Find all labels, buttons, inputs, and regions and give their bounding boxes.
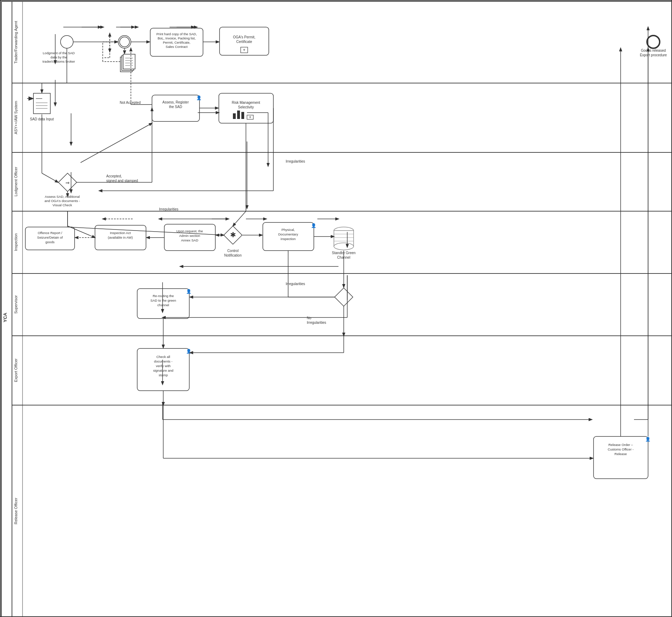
svg-text:Selectivity: Selectivity <box>238 105 254 109</box>
svg-text:Sales Contract: Sales Contract <box>166 45 188 49</box>
svg-rect-199 <box>334 231 354 246</box>
svg-text:Physical,: Physical, <box>281 228 295 232</box>
svg-rect-84 <box>12 273 672 336</box>
svg-rect-113 <box>150 28 203 56</box>
svg-text:Channel: Channel <box>337 256 350 259</box>
svg-text:Upon request, the: Upon request, the <box>176 229 203 233</box>
svg-text:👤: 👤 <box>186 348 191 354</box>
svg-text:✱: ✱ <box>230 231 236 239</box>
svg-rect-136 <box>33 93 50 114</box>
svg-text:Irregularities: Irregularities <box>286 159 305 163</box>
svg-text:Irregularities: Irregularities <box>286 282 305 286</box>
svg-text:Control: Control <box>227 249 239 253</box>
svg-text:Risk Management: Risk Management <box>232 101 260 105</box>
svg-text:Irregularities: Irregularities <box>159 207 178 211</box>
svg-rect-147 <box>219 93 273 123</box>
svg-text:OGA's Permit,: OGA's Permit, <box>233 35 255 39</box>
svg-rect-121 <box>241 47 248 53</box>
svg-text:Inspection: Inspection <box>14 233 18 251</box>
svg-rect-102 <box>12 405 23 617</box>
svg-rect-108 <box>123 54 135 69</box>
svg-rect-178 <box>25 227 75 250</box>
svg-text:⇒: ⇒ <box>65 180 70 185</box>
svg-rect-86 <box>12 405 672 617</box>
svg-text:BoL, Invoice, Packing list,: BoL, Invoice, Packing list, <box>158 36 196 40</box>
svg-point-123 <box>647 36 660 48</box>
svg-marker-162 <box>58 173 77 191</box>
svg-text:SAD to the green: SAD to the green <box>151 298 176 302</box>
svg-rect-118 <box>220 27 269 55</box>
svg-text:and OGA's documents -: and OGA's documents - <box>44 199 80 203</box>
svg-line-14 <box>81 123 152 163</box>
svg-rect-92 <box>12 83 23 152</box>
svg-text:Irregularities: Irregularities <box>307 321 326 325</box>
svg-text:Visual Check: Visual Check <box>52 203 72 207</box>
svg-text:Re-routing the: Re-routing the <box>153 294 174 298</box>
svg-text:👤: 👤 <box>196 95 202 100</box>
svg-rect-182 <box>95 225 146 250</box>
svg-text:Release Officer: Release Officer <box>14 498 18 524</box>
svg-text:Lodgment Officer: Lodgment Officer <box>14 167 18 197</box>
connectors-svg <box>1 1 672 617</box>
svg-rect-232 <box>137 348 189 391</box>
svg-text:documents -: documents - <box>154 359 172 363</box>
svg-text:the SAD: the SAD <box>169 105 182 109</box>
svg-text:YCA: YCA <box>2 313 8 322</box>
svg-text:Trader/Forwarding Agent: Trader/Forwarding Agent <box>14 21 18 63</box>
svg-rect-88 <box>1 1 12 617</box>
svg-text:Assess, Register: Assess, Register <box>162 100 189 104</box>
svg-text:Accepted,: Accepted, <box>106 174 122 178</box>
svg-rect-81 <box>12 83 672 152</box>
svg-rect-94 <box>12 152 23 211</box>
svg-text:Annex SAD: Annex SAD <box>181 238 198 242</box>
svg-text:trader/customs broker: trader/customs broker <box>43 59 75 63</box>
svg-line-207 <box>68 227 224 235</box>
svg-text:channel: channel <box>157 303 169 307</box>
svg-marker-189 <box>224 226 242 244</box>
svg-rect-82 <box>12 152 672 211</box>
svg-rect-151 <box>237 111 240 119</box>
svg-text:Supervisor: Supervisor <box>14 295 18 314</box>
svg-rect-217 <box>137 289 189 319</box>
svg-text:Release: Release <box>615 452 627 456</box>
svg-rect-153 <box>247 115 253 119</box>
svg-text:SAD data Input: SAD data Input <box>30 117 54 121</box>
svg-text:(available in AW): (available in AW) <box>108 235 133 239</box>
svg-point-104 <box>118 36 131 48</box>
svg-point-200 <box>334 243 354 250</box>
svg-text:👤: 👤 <box>645 436 651 442</box>
svg-text:signature and: signature and <box>153 369 173 372</box>
svg-text:Offence Report /: Offence Report / <box>38 231 62 235</box>
svg-rect-150 <box>233 113 236 119</box>
svg-rect-185 <box>164 224 215 251</box>
svg-text:Documentary: Documentary <box>278 232 298 236</box>
svg-rect-143 <box>152 95 199 121</box>
svg-rect-80 <box>12 1 672 83</box>
svg-text:ASY++/AW System: ASY++/AW System <box>14 101 18 134</box>
svg-text:Permit, Certificate,: Permit, Certificate, <box>163 40 190 44</box>
svg-text:👤: 👤 <box>311 223 316 228</box>
svg-text:stamp: stamp <box>159 373 168 377</box>
svg-rect-96 <box>12 211 23 273</box>
svg-rect-244 <box>594 436 648 479</box>
svg-text:verify with: verify with <box>156 364 171 368</box>
svg-text:Print hard copy of the SAD,: Print hard copy of the SAD, <box>156 32 197 36</box>
svg-text:signed and stamped: signed and stamped <box>106 179 138 183</box>
svg-text:Admin section: Admin section <box>179 234 200 238</box>
svg-text:Seizure/Detain of: Seizure/Detain of <box>37 235 63 239</box>
svg-text:+: + <box>249 115 251 120</box>
svg-text:Standby Green: Standby Green <box>332 251 355 255</box>
svg-text:Not Accepted: Not Accepted <box>120 101 140 105</box>
svg-line-215 <box>233 211 246 226</box>
svg-text:Customs Officer -: Customs Officer - <box>608 447 634 451</box>
svg-rect-98 <box>12 273 23 336</box>
svg-rect-90 <box>12 1 23 83</box>
svg-rect-85 <box>12 336 672 405</box>
svg-rect-152 <box>241 112 244 119</box>
svg-rect-106 <box>120 57 132 72</box>
svg-point-198 <box>334 227 354 234</box>
svg-rect-107 <box>122 56 134 70</box>
svg-rect-100 <box>12 336 23 405</box>
svg-text:👤: 👤 <box>186 289 191 294</box>
start-event-circle <box>61 36 73 48</box>
